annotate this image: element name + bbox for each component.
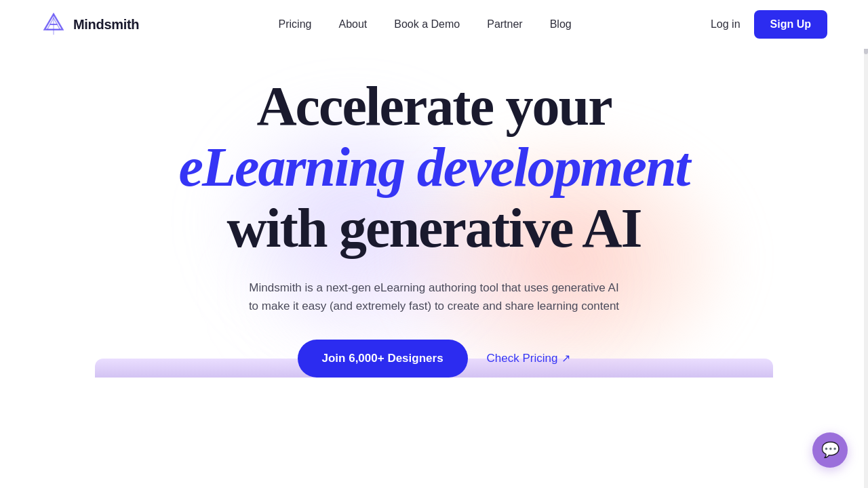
nav-partner[interactable]: Partner [487,18,522,30]
hero-section: Accelerate your eLearning development wi… [0,49,868,378]
scrollbar[interactable] [864,0,868,488]
login-button[interactable]: Log in [711,18,741,30]
hero-title: Accelerate your eLearning development wi… [179,76,690,260]
nav-about[interactable]: About [338,18,367,30]
nav-actions: Log in Sign Up [711,10,827,39]
nav-book-demo[interactable]: Book a Demo [394,18,460,30]
hero-content: Accelerate your eLearning development wi… [179,76,690,378]
hero-title-accent: eLearning development [179,136,690,198]
hero-subtitle: Mindsmith is a next-gen eLearning author… [244,279,624,315]
hero-title-line1: Accelerate your [256,75,611,137]
logo-link[interactable]: Mindsmith [41,12,139,37]
chat-icon: 💬 [821,441,840,459]
hero-title-line3: with generative AI [227,197,642,259]
hero-cta: Join 6,000+ Designers Check Pricing ↗ [179,340,690,378]
navbar: Mindsmith Pricing About Book a Demo Part… [0,0,868,49]
logo-icon [41,12,66,37]
nav-links: Pricing About Book a Demo Partner Blog [279,18,572,30]
nav-blog[interactable]: Blog [550,18,572,30]
nav-pricing[interactable]: Pricing [279,18,312,30]
brand-name: Mindsmith [73,17,139,33]
check-pricing-label: Check Pricing [487,352,558,365]
chat-widget[interactable]: 💬 [812,432,848,468]
check-pricing-link[interactable]: Check Pricing ↗ [487,352,571,365]
signup-button[interactable]: Sign Up [754,10,827,39]
join-designers-button[interactable]: Join 6,000+ Designers [298,340,468,378]
arrow-icon: ↗ [561,352,570,365]
